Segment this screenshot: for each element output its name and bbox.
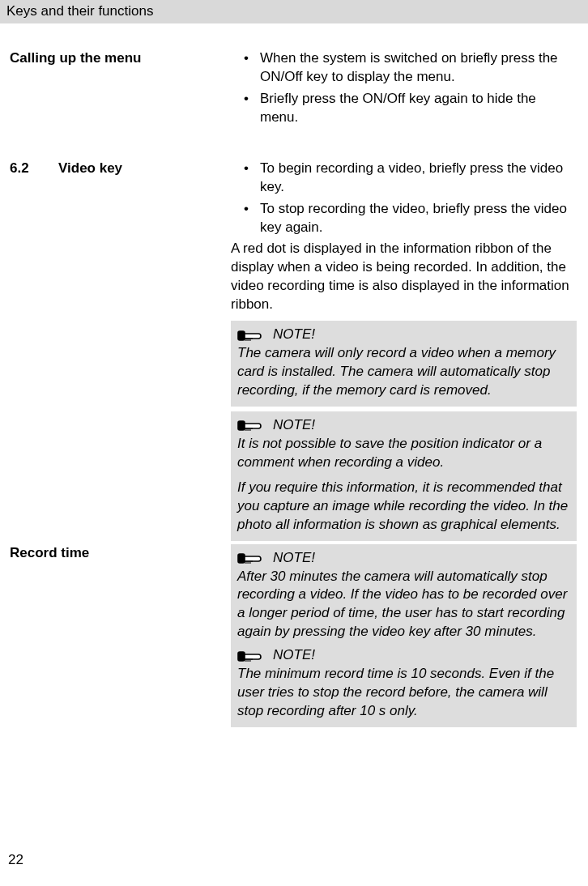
svg-rect-3	[238, 652, 245, 661]
bullet-text: To begin recording a video, briefly pres…	[260, 160, 577, 197]
heading-record-time: Record time	[10, 544, 89, 563]
bullet-text: To stop recording the video, briefly pre…	[260, 200, 577, 237]
section-body-right: NOTE! After 30 minutes the camera will a…	[231, 544, 580, 731]
pointing-hand-icon	[237, 550, 265, 566]
heading-calling: Calling up the menu	[10, 49, 141, 68]
list-item: • To begin recording a video, briefly pr…	[231, 160, 577, 197]
list-item: • When the system is switched on briefly…	[231, 49, 577, 87]
section-calling-up-menu: Calling up the menu • When the system is…	[8, 49, 580, 130]
section-record-time: Record time NOTE! After 30 minutes the c…	[8, 544, 580, 731]
bullet-text: Briefly press the ON/Off key again to hi…	[260, 90, 577, 127]
note-header: NOTE!	[237, 326, 570, 344]
bullet-icon: •	[231, 49, 260, 68]
note-header: NOTE!	[237, 416, 570, 435]
note-header: NOTE!	[237, 646, 570, 665]
note-body: The camera will only record a video when…	[237, 344, 570, 400]
header-title: Keys and their functions	[6, 3, 153, 19]
pointing-hand-icon	[237, 648, 265, 664]
list-item: • Briefly press the ON/Off key again to …	[231, 90, 577, 127]
note-box: NOTE! The camera will only record a vide…	[231, 321, 577, 407]
section-heading-left: Calling up the menu	[8, 49, 231, 68]
pointing-hand-icon	[237, 417, 265, 433]
page-number: 22	[8, 851, 23, 870]
note-box: NOTE! After 30 minutes the camera will a…	[231, 544, 577, 727]
bullet-icon: •	[231, 160, 260, 178]
section-heading-left: 6.2 Video key	[8, 160, 231, 178]
bullet-icon: •	[231, 90, 260, 109]
svg-rect-2	[238, 554, 245, 563]
section-body-right: • When the system is switched on briefly…	[231, 49, 580, 130]
page-content: Calling up the menu • When the system is…	[0, 23, 588, 731]
note-box: NOTE! It is not possible to save the pos…	[231, 411, 577, 541]
note-body: The minimum record time is 10 seconds. E…	[237, 665, 570, 721]
heading-video-key: Video key	[58, 160, 122, 178]
bullet-text: When the system is switched on briefly p…	[260, 49, 577, 87]
pointing-hand-icon	[237, 327, 265, 343]
svg-rect-0	[238, 331, 245, 340]
note-label: NOTE!	[273, 549, 315, 568]
section-body-right: • To begin recording a video, briefly pr…	[231, 160, 580, 544]
bullet-icon: •	[231, 200, 260, 219]
note-header: NOTE!	[237, 549, 570, 568]
calling-bullet-list: • When the system is switched on briefly…	[231, 49, 577, 127]
section-heading-left: Record time	[8, 544, 231, 563]
note-body-2: If you require this information, it is r…	[237, 479, 570, 535]
video-paragraph: A red dot is displayed in the informatio…	[231, 240, 577, 314]
note-label: NOTE!	[273, 416, 315, 435]
list-item: • To stop recording the video, briefly p…	[231, 200, 577, 237]
video-bullet-list: • To begin recording a video, briefly pr…	[231, 160, 577, 237]
note-label: NOTE!	[273, 326, 315, 344]
section-number: 6.2	[10, 160, 37, 178]
section-video-key: 6.2 Video key • To begin recording a vid…	[8, 160, 580, 544]
note-label: NOTE!	[273, 646, 315, 665]
note-body: After 30 minutes the camera will automat…	[237, 568, 570, 642]
header-bar: Keys and their functions	[0, 0, 588, 23]
note-body-1: It is not possible to save the position …	[237, 435, 570, 472]
svg-rect-1	[238, 421, 245, 430]
